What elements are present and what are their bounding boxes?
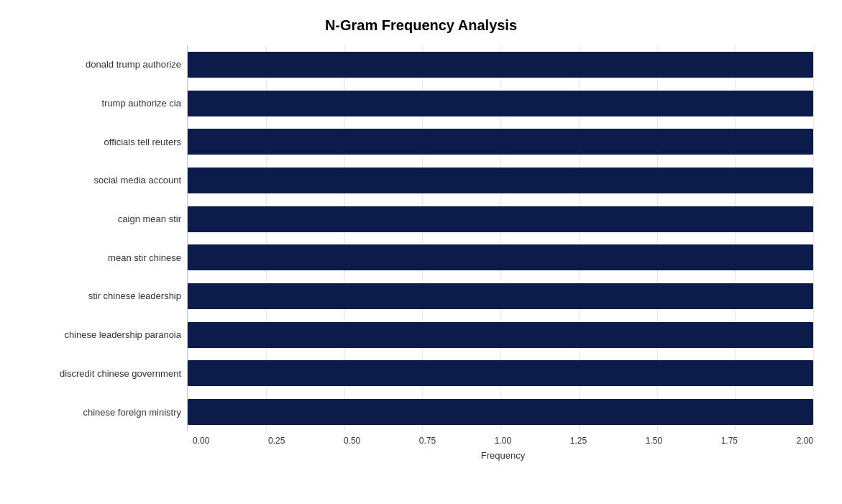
y-axis-labels: donald trump authorizetrump authorize ci… <box>29 45 187 431</box>
bar-row <box>188 354 813 392</box>
y-label: mean stir chinese <box>108 239 181 276</box>
bar-row <box>188 85 813 122</box>
y-label: chinese foreign ministry <box>83 393 181 431</box>
y-label: discredit chinese government <box>60 354 181 392</box>
y-label: officials tell reuters <box>104 123 181 160</box>
bar <box>188 52 813 78</box>
bar-row <box>188 393 813 431</box>
x-tick: 1.50 <box>646 436 662 446</box>
bars-and-grid <box>187 45 813 431</box>
x-tick: 0.50 <box>344 436 360 446</box>
bar <box>188 322 813 348</box>
bar-row <box>188 278 813 315</box>
x-axis-label: Frequency <box>193 450 813 461</box>
bar <box>188 399 813 425</box>
chart-title: N-Gram Frequency Analysis <box>29 14 813 34</box>
x-tick: 0.75 <box>419 436 436 446</box>
x-tick: 0.00 <box>193 436 209 446</box>
bar-row <box>188 123 813 160</box>
bar-row <box>188 46 813 83</box>
x-tick: 1.25 <box>570 436 587 446</box>
x-tick: 2.00 <box>797 436 813 446</box>
bar <box>188 360 813 386</box>
x-tick: 0.25 <box>268 436 285 446</box>
bars-section: donald trump authorizetrump authorize ci… <box>29 45 813 431</box>
x-axis-ticks: 0.000.250.500.751.001.251.501.752.00 <box>193 431 813 446</box>
bar-row <box>188 201 813 238</box>
bar-row <box>188 162 813 199</box>
y-label: chinese leadership paranoia <box>64 316 181 354</box>
bar-row <box>188 316 813 354</box>
bar-row <box>188 239 813 276</box>
x-tick: 1.75 <box>721 436 738 446</box>
grid-line <box>813 45 814 431</box>
bar <box>188 168 813 193</box>
y-label: donald trump authorize <box>86 46 181 83</box>
x-axis-section: 0.000.250.500.751.001.251.501.752.00 Fre… <box>187 431 813 461</box>
bar <box>188 129 813 155</box>
bar <box>188 91 813 116</box>
chart-container: N-Gram Frequency Analysis donald trump a… <box>0 0 842 504</box>
bar <box>188 206 813 232</box>
chart-area: donald trump authorizetrump authorize ci… <box>29 45 813 461</box>
y-label: caign mean stir <box>118 201 181 238</box>
y-label: social media account <box>94 162 181 199</box>
x-tick: 1.00 <box>495 436 511 446</box>
bar <box>188 283 813 309</box>
y-label: trump authorize cia <box>101 85 181 122</box>
y-label: stir chinese leadership <box>88 278 181 315</box>
bar <box>188 244 813 270</box>
bars-rows <box>188 45 813 431</box>
